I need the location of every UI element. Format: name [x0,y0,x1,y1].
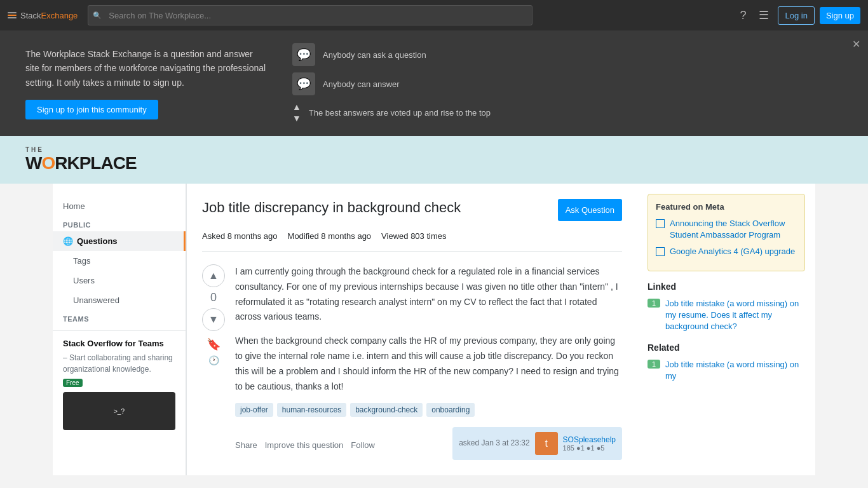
user-asked-label: asked Jan 3 at 23:32 [459,438,529,447]
question-footer: Share Improve this question Follow asked… [235,427,622,460]
top-nav: StackExchange ? ☰ Log in Sign up [0,0,868,30]
sidebar-item-questions[interactable]: 🌐Questions [53,231,186,251]
user-card: asked Jan 3 at 23:32 t SOSpleasehelp 185… [452,427,622,460]
featured-meta-box: Featured on Meta Announcing the Stack Ov… [648,194,805,271]
user-details: SOSpleasehelp 185 ●1 ●1 ●5 [563,435,616,452]
teams-description: – Start collaborating and sharing organi… [63,352,175,375]
related-link-1[interactable]: Job title mistake (a word missing) on my [665,359,805,382]
answer-icon: 💬 [292,72,315,95]
hero-feature-ask: 💬 Anybody can ask a question [292,43,843,66]
sidebar-item-home[interactable]: Home [53,196,186,216]
ask-question-button[interactable]: Ask Question [558,199,622,221]
site-logo[interactable]: THE WORKPLACE [25,146,137,173]
related-count-1: 1 [648,360,660,369]
sidebar: Home PUBLIC 🌐Questions Tags Users Unansw… [53,184,186,475]
sidebar-teams-promo: Stack Overflow for Teams – Start collabo… [53,330,186,438]
improve-link[interactable]: Improve this question [265,440,344,450]
questions-icon: 🌐 [63,236,73,246]
nav-logo-text: StackExchange [20,11,78,20]
tag-background-check[interactable]: background-check [350,403,423,417]
question-body: ▲ 0 ▼ 🔖 🕐 I am currently going through t… [202,264,622,460]
featured-meta-item-1[interactable]: Announcing the Stack Overflow Student Am… [656,218,797,241]
hero-banner: The Workplace Stack Exchange is a questi… [0,30,868,136]
question-title: Job title discrepancy in background chec… [202,199,461,217]
related-section: Related 1 Job title mistake (a word miss… [648,342,805,382]
user-avatar: t [535,432,558,455]
main-content: Job title discrepancy in background chec… [186,184,637,475]
modified-meta: Modified 8 months ago [288,231,372,241]
vote-count: 0 [210,291,217,304]
question-paragraph-1: I am currently going through the backgro… [235,264,622,325]
linked-link-1[interactable]: Job title mistake (a word missing) on my… [665,298,805,333]
hero-feature-answer: 💬 Anybody can answer [292,72,843,95]
related-item-1: 1 Job title mistake (a word missing) on … [648,359,805,382]
sidebar-item-users[interactable]: Users [53,271,186,290]
sidebar-item-tags[interactable]: Tags [53,251,186,271]
featured-meta-item-2[interactable]: Google Analytics 4 (GA4) upgrade [656,246,797,257]
linked-item-1: 1 Job title mistake (a word missing) on … [648,298,805,333]
question-text: I am currently going through the backgro… [235,264,622,460]
sidebar-item-unanswered[interactable]: Unanswered [53,290,186,310]
hero-text: The Workplace Stack Exchange is a questi… [25,47,267,119]
username[interactable]: SOSpleasehelp [563,435,616,444]
upvote-button[interactable]: ▲ [202,264,225,287]
signup-button[interactable]: Sign up [820,7,860,24]
tag-human-resources[interactable]: human-resources [277,403,346,417]
question-tags: job-offer human-resources background-che… [235,403,622,417]
login-button[interactable]: Log in [778,6,814,25]
vote-arrows-icon: ▲ ▼ [292,102,301,123]
content-header: Job title discrepancy in background chec… [202,199,622,221]
linked-section: Linked 1 Job title mistake (a word missi… [648,281,805,333]
sidebar-section-public: PUBLIC [53,216,186,231]
teams-free-badge: Free [63,379,83,387]
history-icon[interactable]: 🕐 [208,355,219,365]
related-title: Related [648,342,805,353]
share-link[interactable]: Share [235,440,257,450]
downvote-button[interactable]: ▼ [202,308,225,331]
tag-onboarding[interactable]: onboarding [426,403,475,417]
meta-item-icon-1 [656,219,665,228]
search-input[interactable] [88,5,532,25]
teams-title: Stack Overflow for Teams [63,339,175,348]
search-bar [88,5,532,25]
meta-item-icon-2 [656,247,665,256]
hero-illustration: 💬 Anybody can ask a question 💬 Anybody c… [292,43,843,123]
join-community-button[interactable]: Sign up to join this community [25,100,158,119]
question-paragraph-2: When the background check company calls … [235,334,622,394]
viewed-meta: Viewed 803 times [381,231,446,241]
hero-feature-vote: ▲ ▼ The best answers are voted up and ri… [292,102,843,123]
follow-link[interactable]: Follow [351,440,375,450]
bookmark-icon[interactable]: 🔖 [207,337,220,351]
question-meta: Asked 8 months ago Modified 8 months ago… [202,231,622,252]
top-nav-actions: ? ☰ Log in Sign up [736,6,860,25]
hero-description: The Workplace Stack Exchange is a questi… [25,47,267,90]
featured-meta-title: Featured on Meta [656,202,797,212]
help-icon-button[interactable]: ? [736,6,750,25]
vote-column: ▲ 0 ▼ 🔖 🕐 [202,264,225,460]
main-layout: Home PUBLIC 🌐Questions Tags Users Unansw… [53,184,815,475]
chat-icon: 💬 [292,43,315,66]
user-reputation: 185 ●1 ●1 ●5 [563,444,616,452]
linked-title: Linked [648,281,805,292]
right-sidebar: Featured on Meta Announcing the Stack Ov… [637,184,815,475]
question-actions: Share Improve this question Follow [235,440,375,450]
tag-job-offer[interactable]: job-offer [235,403,273,417]
site-logo-nav[interactable]: StackExchange [8,11,78,20]
teams-bot-image: >_? [63,392,175,430]
site-header: THE WORKPLACE [0,136,868,184]
asked-meta: Asked 8 months ago [202,231,278,241]
stack-icon [8,12,17,18]
sidebar-section-teams: TEAMS [53,310,186,325]
site-the-label: THE [25,146,137,153]
hero-close-button[interactable]: ✕ [852,38,860,50]
site-name: WORKPLACE [25,153,137,173]
linked-count-1: 1 [648,299,660,308]
inbox-icon-button[interactable]: ☰ [755,6,773,25]
